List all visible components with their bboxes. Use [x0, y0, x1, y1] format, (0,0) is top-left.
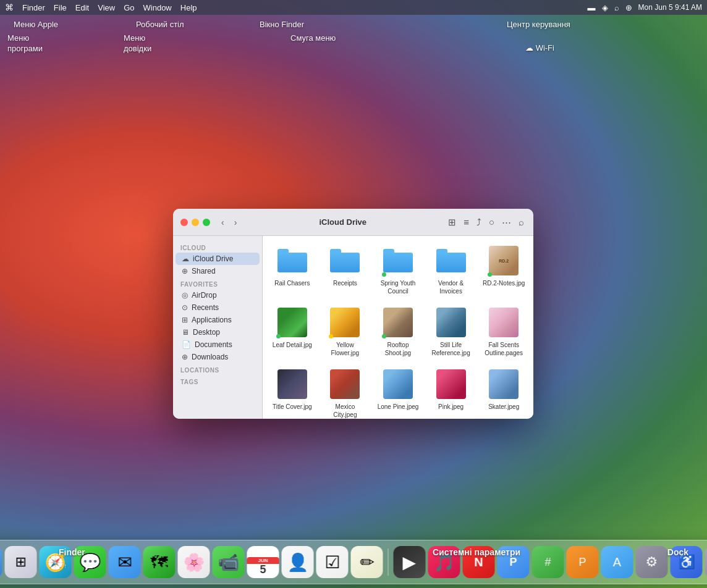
apple-menu[interactable]: ⌘: [5, 2, 14, 12]
sidebar-item-downloads[interactable]: ⊕ Downloads: [176, 351, 260, 363]
menu-view[interactable]: View: [98, 3, 115, 12]
file-item-yellow-flower[interactable]: Yellow Flower.jpg: [321, 303, 370, 361]
dock-item-appletv[interactable]: ▶: [394, 546, 426, 578]
dock-item-freeform[interactable]: ✏: [351, 546, 383, 578]
dock-item-numbers[interactable]: #: [532, 546, 564, 578]
file-item-receipts[interactable]: Receipts: [321, 241, 370, 299]
dock-item-launchpad[interactable]: ⊞: [5, 546, 37, 578]
menu-file[interactable]: File: [54, 3, 67, 12]
menu-help[interactable]: Help: [180, 3, 197, 12]
file-item-pink[interactable]: Pink.jpeg: [426, 364, 476, 419]
sidebar-documents-label: Documents: [195, 340, 232, 349]
search-icon[interactable]: ⌕: [614, 3, 619, 12]
action-button[interactable]: ⋯: [500, 215, 513, 230]
file-name-rooftop: Rooftop Shoot.jpg: [376, 341, 420, 357]
dock-item-system-settings[interactable]: ⚙: [636, 546, 668, 578]
file-item-rooftop[interactable]: Rooftop Shoot.jpg: [373, 303, 423, 361]
sidebar-item-desktop[interactable]: 🖥 Desktop: [176, 326, 260, 338]
sidebar-applications-label: Applications: [192, 316, 232, 324]
dock-item-finder[interactable]: 🖥: [0, 546, 2, 578]
sidebar-item-shared[interactable]: ⊕ Shared: [176, 265, 260, 277]
menu-edit[interactable]: Edit: [75, 3, 89, 12]
dock-item-messages[interactable]: 💬: [74, 546, 106, 578]
file-item-mexico[interactable]: Mexico City.jpeg: [321, 364, 370, 419]
messages-icon: 💬: [79, 552, 101, 573]
file-item-title-cover[interactable]: Title Cover.jpg: [268, 364, 317, 419]
news-icon: N: [474, 555, 483, 569]
file-item-still-life[interactable]: Still Life Reference.jpg: [426, 303, 476, 361]
forward-button[interactable]: ›: [232, 216, 240, 229]
search-button[interactable]: ⌕: [517, 215, 526, 229]
settings-icon: ⚙: [646, 554, 658, 570]
view-grid-button[interactable]: ⊞: [446, 215, 458, 230]
dock-item-trash[interactable]: 🗑: [705, 546, 708, 578]
sidebar-item-documents[interactable]: 📄 Documents: [176, 338, 260, 351]
dock-item-music[interactable]: 🎵: [428, 546, 460, 578]
file-name-leaf: Leaf Detail.jpg: [273, 341, 312, 349]
thumb-yellow-flower-icon: [329, 306, 361, 338]
dock-item-photos[interactable]: 🌸: [178, 546, 210, 578]
thumb-still-life-icon: [435, 306, 467, 338]
dock-item-accessibility[interactable]: ♿: [671, 546, 703, 578]
file-name-mexico: Mexico City.jpeg: [323, 403, 366, 419]
thumb-mexico-icon: [329, 368, 361, 400]
sidebar-item-icloud-drive[interactable]: ☁ iCloud Drive: [176, 253, 260, 265]
user-icon[interactable]: ⊕: [625, 3, 632, 12]
folder-icon-spring: [382, 245, 414, 277]
folder-icon-rail: [276, 245, 308, 277]
file-item-leaf[interactable]: Leaf Detail.jpg: [268, 303, 317, 361]
tag-button[interactable]: ○: [487, 215, 496, 229]
dock-item-appstore[interactable]: A: [601, 546, 633, 578]
file-item-vendor[interactable]: Vendor & Invoices: [426, 241, 476, 299]
sync-dot-yellow: [329, 334, 333, 338]
calendar-day: 5: [260, 564, 266, 576]
fullscreen-button[interactable]: [203, 219, 210, 226]
sidebar-item-recents[interactable]: ⊙ Recents: [176, 301, 260, 314]
dock-item-contacts[interactable]: 👤: [282, 546, 314, 578]
file-item-fall-scents[interactable]: Fall Scents Outline.pages: [479, 303, 528, 361]
sidebar-item-applications[interactable]: ⊞ Applications: [176, 314, 260, 326]
dock-item-facetime[interactable]: 📹: [213, 546, 245, 578]
sidebar-section-favorites: Favorites: [173, 277, 262, 289]
view-list-button[interactable]: ≡: [462, 215, 471, 229]
folder-icon-receipts: [329, 245, 361, 277]
thumb-lone-pine-icon: [382, 368, 414, 400]
appstore-icon: A: [613, 555, 621, 569]
shared-icon: ⊕: [182, 267, 188, 275]
menu-go[interactable]: Go: [124, 3, 134, 12]
file-item-rail-chasers[interactable]: Rail Chasers: [268, 241, 317, 299]
back-button[interactable]: ‹: [219, 216, 227, 229]
file-item-rd2[interactable]: RD.2-Notes.jpg: [479, 241, 528, 299]
finder-content: Rail Chasers Receipts Spring Youth Counc…: [263, 236, 533, 419]
dock-item-reminders[interactable]: ☑: [316, 546, 349, 578]
desktop-icon: 🖥: [182, 328, 189, 337]
dock-item-safari[interactable]: 🧭: [40, 546, 72, 578]
menu-finder[interactable]: Finder: [22, 3, 45, 12]
dock-item-pages[interactable]: P: [567, 546, 599, 578]
sidebar-shared-label: Shared: [192, 267, 216, 275]
file-item-skater[interactable]: Skater.jpeg: [479, 364, 528, 419]
dock-item-maps[interactable]: 🗺: [143, 546, 176, 578]
menu-window[interactable]: Window: [143, 3, 172, 12]
sidebar-item-airdrop[interactable]: ◎ AirDrop: [176, 289, 260, 301]
close-button[interactable]: [180, 219, 188, 226]
dock-item-promo[interactable]: P: [497, 546, 530, 578]
dock-divider: [388, 548, 389, 576]
dock-item-news[interactable]: N: [463, 546, 495, 578]
thumb-fall-scents-icon: [488, 306, 520, 338]
share-button[interactable]: ⤴: [475, 215, 483, 229]
file-name-skater: Skater.jpeg: [488, 403, 519, 411]
wifi-icon[interactable]: ◈: [602, 3, 608, 12]
thumb-rd2: [488, 245, 520, 277]
folder-icon-vendor: [435, 245, 467, 277]
file-item-spring-youth[interactable]: Spring Youth Council: [373, 241, 423, 299]
dock-item-mail[interactable]: ✉: [109, 546, 141, 578]
promo-icon: P: [509, 556, 517, 569]
file-item-lone-pine[interactable]: Lone Pine.jpeg: [373, 364, 423, 419]
dock-item-calendar[interactable]: JUN 5: [247, 546, 279, 578]
file-name-vendor: Vendor & Invoices: [430, 279, 473, 295]
file-name-pink: Pink.jpeg: [438, 403, 464, 411]
menu-bar-time: Mon Jun 5 9:41 AM: [638, 3, 702, 12]
minimize-button[interactable]: [192, 219, 199, 226]
sync-dot-rd2: [488, 272, 492, 277]
